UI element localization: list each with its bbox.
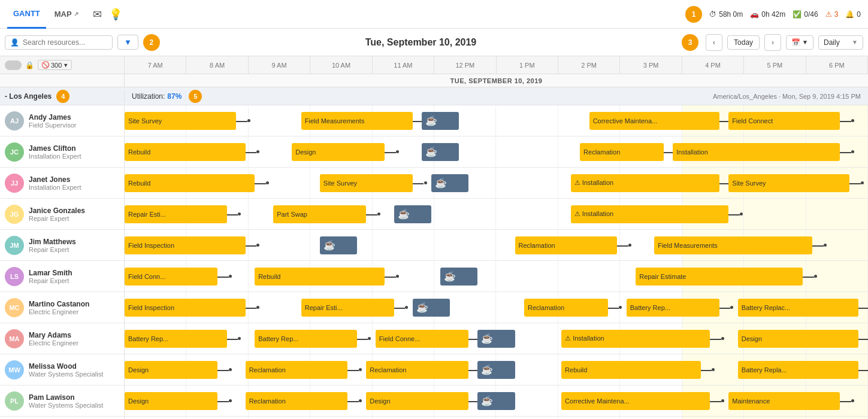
next-button[interactable]: › [764,34,781,51]
task-connector-dot [851,399,854,402]
task-bar[interactable]: Field Conn... [125,268,217,286]
task-bar[interactable]: Site Survey [125,112,236,130]
resource-name: Melissa Wood [29,362,103,371]
task-bar[interactable]: Site Survey [728,174,849,192]
task-bar[interactable]: Rebuild [125,174,255,192]
toggle-off[interactable] [5,60,22,70]
time-col-6pm: 6 PM [806,56,868,74]
lock-icon[interactable]: 🔒 [25,61,34,69]
task-bar[interactable]: Design [738,330,859,348]
task-bar[interactable]: Site Survey [320,174,413,192]
task-bar[interactable]: ☕ [422,112,459,130]
task-bar[interactable]: Design [366,392,468,410]
task-bar[interactable]: Battery Rep... [627,299,719,317]
task-bar[interactable]: ☕ [431,174,468,192]
task-bar[interactable]: Design [125,361,217,379]
prev-button[interactable]: ‹ [706,34,722,51]
task-bar[interactable]: Installation [673,143,840,161]
resource-info-janet-jones[interactable]: JJJanet JonesInstallation Expert [0,168,125,198]
stat-notifications[interactable]: 🔔 0 [845,10,861,19]
stat-alerts: ⚠ 3 [825,10,839,19]
resource-info-james-clifton[interactable]: JCJames CliftonInstallation Expert [0,136,125,167]
task-bar[interactable]: Rebuild [255,268,385,286]
task-connector [840,152,851,153]
daily-dropdown[interactable]: Daily ▼ [818,35,863,50]
task-connector [710,401,721,402]
task-bar[interactable]: Field Connect [728,112,840,130]
task-bar[interactable]: Field Measurements [654,236,812,254]
task-connector-dot [712,368,715,371]
task-bar[interactable]: Repair Esti... [301,299,394,317]
task-bar[interactable]: Design [125,392,217,410]
task-bar[interactable]: Reclamation [524,299,608,317]
task-bar[interactable]: Battery Rep... [255,330,357,348]
resource-info-mary-adams[interactable]: MAMary AdamsElectric Engineer [0,323,125,354]
task-bar[interactable]: Field Inspection [125,299,246,317]
resource-info-martino-castanon[interactable]: MCMartino CastanonElectric Engineer [0,292,125,323]
task-bar[interactable]: ☕ [320,236,357,254]
chevron-down-icon: ▼ [852,39,858,45]
task-bar[interactable]: Reclamation [580,143,664,161]
task-bar[interactable]: Repair Estimate [636,268,803,286]
group-label[interactable]: - Los Angeles 4 [0,90,125,103]
task-bar[interactable]: Design [292,143,385,161]
task-bar[interactable]: ☕ [413,299,450,317]
task-bar[interactable]: Battery Rep... [125,330,227,348]
resource-info-paul-morrison[interactable]: PMPaul MorrisonWater Systems Specialist [0,417,125,419]
resource-info-janice-gonzales[interactable]: JGJanice GonzalesRepair Expert [0,199,125,229]
task-bar[interactable]: Corrective Maintena... [561,392,710,410]
avatar: JG [5,205,24,224]
resource-info-andy-james[interactable]: AJAndy JamesField Supervisor [0,105,125,136]
tab-map[interactable]: MAP ↗ [49,0,84,29]
time-col-2pm: 2 PM [558,56,620,74]
time-col-12pm: 12 PM [434,56,496,74]
task-bar[interactable]: Maintenance [728,392,840,410]
task-bar[interactable]: Field Inspection [125,236,246,254]
bulb-icon[interactable]: 💡 [107,5,125,23]
search-input[interactable] [23,38,107,47]
task-bar[interactable]: ⚠ Installation [561,330,710,348]
task-bar[interactable]: Field Measurements [301,112,413,130]
task-bar[interactable]: ☕ [477,392,515,410]
task-bar[interactable]: ☕ [394,205,431,223]
task-connector [366,214,377,215]
today-button[interactable]: Today [727,35,760,50]
envelope-icon[interactable]: ✉ [90,5,104,23]
resource-row: PLPam LawisonWater Systems SpecialistDes… [0,385,868,417]
task-bar[interactable]: Field Conne... [376,330,468,348]
time-col-3pm: 3 PM [620,56,682,74]
task-bar[interactable]: Rebuild [125,143,246,161]
task-bar[interactable]: ⚠ Installation [571,174,719,192]
task-bar[interactable]: Battery Replac... [738,299,859,317]
task-bar[interactable]: ☕ [477,361,515,379]
task-bar[interactable]: Reclamation [246,392,348,410]
task-bar[interactable]: Reclamation [515,236,618,254]
task-bar[interactable]: ⚠ Installation [571,205,729,223]
task-bar[interactable]: Part Swap [273,205,366,223]
zoom-control[interactable]: 🚫 300 ▼ [38,60,72,70]
task-bar[interactable]: ☕ [422,143,459,161]
resource-role: Repair Expert [29,215,85,222]
task-connector-dot [721,399,724,402]
resource-info-lamar-smith[interactable]: LSLamar SmithRepair Expert [0,261,125,292]
resource-info-melissa-wood[interactable]: MWMelissa WoodWater Systems Specialist [0,354,125,385]
task-connector-dot [238,212,241,215]
task-bar[interactable]: Repair Esti... [125,205,227,223]
task-connector-dot [368,337,371,340]
filter-button[interactable]: ▼ [117,35,138,50]
tab-gantt[interactable]: GANTT [7,0,46,29]
calendar-button[interactable]: 📅 ▼ [786,35,813,50]
resource-name: Jim Matthews [29,238,76,246]
resource-info-jim-matthews[interactable]: JMJim MatthewsRepair Expert [0,230,125,260]
task-bar[interactable]: Rebuild [561,361,701,379]
task-bar[interactable]: ☕ [477,330,515,348]
task-bar[interactable]: ☕ [440,268,477,286]
resource-info-pam-lawison[interactable]: PLPam LawisonWater Systems Specialist [0,385,125,416]
task-bar[interactable]: Corrective Maintena... [589,112,719,130]
task-connector [255,183,266,184]
task-bar[interactable]: Reclamation [246,361,348,379]
task-connector-dot [238,337,241,340]
task-bar[interactable]: Battery Repla... [738,361,859,379]
task-bar[interactable]: Reclamation [366,361,468,379]
task-connector [710,339,721,340]
